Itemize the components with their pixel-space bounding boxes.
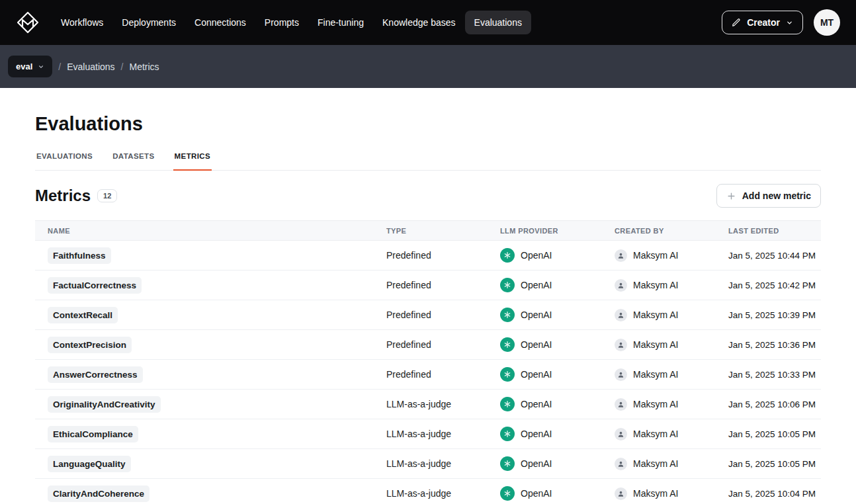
user-avatar[interactable]: MT bbox=[814, 9, 840, 36]
table-row[interactable]: EthicalCompliance LLM-as-a-judge OpenAI bbox=[35, 419, 821, 449]
metric-name-cell: EthicalCompliance bbox=[35, 426, 374, 442]
table-row[interactable]: Faithfulness Predefined OpenAI bbox=[35, 241, 821, 271]
person-icon bbox=[615, 279, 627, 292]
metric-type: Predefined bbox=[374, 369, 488, 380]
metric-created-by: Maksym AI bbox=[602, 487, 716, 500]
table-body: Faithfulness Predefined OpenAI bbox=[35, 241, 821, 504]
table-row[interactable]: ClarityAndCoherence LLM-as-a-judge OpenA… bbox=[35, 479, 821, 504]
metric-llm-provider: OpenAI bbox=[488, 456, 602, 471]
metric-last-edited: Jan 5, 2025 10:05 PM bbox=[716, 459, 821, 469]
chevron-down-icon bbox=[38, 63, 44, 70]
created-by-name: Maksym AI bbox=[633, 250, 678, 261]
metric-llm-provider: OpenAI bbox=[488, 248, 602, 263]
metric-llm-provider: OpenAI bbox=[488, 367, 602, 382]
metric-name-chip[interactable]: OriginalityAndCreativity bbox=[48, 396, 161, 413]
metric-created-by: Maksym AI bbox=[602, 249, 716, 262]
section-title: Metrics bbox=[35, 187, 91, 205]
person-icon bbox=[615, 428, 627, 441]
metric-name-chip[interactable]: LanguageQuality bbox=[48, 456, 131, 472]
nav-item-prompts[interactable]: Prompts bbox=[255, 11, 308, 34]
table-row[interactable]: LanguageQuality LLM-as-a-judge OpenAI bbox=[35, 449, 821, 479]
add-button-label: Add new metric bbox=[742, 190, 811, 201]
metric-type: Predefined bbox=[374, 280, 488, 290]
table-row[interactable]: OriginalityAndCreativity LLM-as-a-judge … bbox=[35, 390, 821, 419]
metric-name-chip[interactable]: EthicalCompliance bbox=[48, 426, 138, 442]
nav-item-fine-tuning[interactable]: Fine-tuning bbox=[308, 11, 373, 34]
metric-last-edited: Jan 5, 2025 10:42 PM bbox=[716, 280, 821, 290]
openai-icon bbox=[500, 397, 515, 411]
person-icon bbox=[615, 339, 627, 351]
created-by-name: Maksym AI bbox=[633, 488, 678, 499]
project-selector[interactable]: eval bbox=[8, 56, 52, 77]
metric-name-chip[interactable]: FactualCorrectness bbox=[48, 277, 142, 294]
metric-created-by: Maksym AI bbox=[602, 279, 716, 292]
app-logo[interactable] bbox=[16, 11, 40, 34]
openai-icon bbox=[500, 248, 515, 263]
provider-name: OpenAI bbox=[521, 458, 552, 469]
openai-icon bbox=[500, 308, 515, 322]
nav-item-knowledge-bases[interactable]: Knowledge bases bbox=[373, 11, 465, 34]
tab-evaluations[interactable]: EVALUATIONS bbox=[35, 151, 94, 170]
metric-type: LLM-as-a-judge bbox=[374, 488, 488, 499]
created-by-name: Maksym AI bbox=[633, 280, 678, 290]
person-icon bbox=[615, 487, 627, 500]
pencil-icon bbox=[732, 18, 741, 27]
table-row[interactable]: ContextPrecision Predefined OpenAI bbox=[35, 330, 821, 360]
metric-llm-provider: OpenAI bbox=[488, 427, 602, 441]
metric-name-cell: ClarityAndCoherence bbox=[35, 485, 374, 502]
tab-metrics[interactable]: METRICS bbox=[173, 151, 212, 171]
metric-last-edited: Jan 5, 2025 10:06 PM bbox=[716, 399, 821, 409]
provider-name: OpenAI bbox=[521, 399, 552, 409]
add-new-metric-button[interactable]: Add new metric bbox=[716, 184, 821, 208]
provider-name: OpenAI bbox=[521, 488, 552, 499]
openai-icon bbox=[500, 337, 515, 352]
tab-datasets[interactable]: DATASETS bbox=[111, 151, 155, 170]
metric-type: LLM-as-a-judge bbox=[374, 399, 488, 409]
openai-icon bbox=[500, 486, 515, 501]
created-by-name: Maksym AI bbox=[633, 429, 678, 439]
metric-name-cell: AnswerCorrectness bbox=[35, 366, 374, 383]
table-row[interactable]: AnswerCorrectness Predefined OpenAI bbox=[35, 360, 821, 390]
metric-name-cell: ContextPrecision bbox=[35, 337, 374, 353]
created-by-name: Maksym AI bbox=[633, 369, 678, 380]
created-by-name: Maksym AI bbox=[633, 458, 678, 469]
nav-item-evaluations[interactable]: Evaluations bbox=[465, 11, 531, 34]
breadcrumb-item-metrics[interactable]: Metrics bbox=[129, 62, 159, 72]
creator-menu-button[interactable]: Creator bbox=[722, 11, 803, 34]
metric-llm-provider: OpenAI bbox=[488, 308, 602, 322]
metric-created-by: Maksym AI bbox=[602, 398, 716, 411]
metric-name-chip[interactable]: AnswerCorrectness bbox=[48, 366, 143, 383]
metric-llm-provider: OpenAI bbox=[488, 278, 602, 292]
created-by-name: Maksym AI bbox=[633, 339, 678, 350]
table-row[interactable]: ContextRecall Predefined OpenAI bbox=[35, 300, 821, 330]
metric-name-chip[interactable]: Faithfulness bbox=[48, 247, 111, 264]
creator-label: Creator bbox=[747, 17, 780, 28]
breadcrumb-separator: / bbox=[121, 62, 124, 72]
breadcrumb-item-evaluations[interactable]: Evaluations bbox=[67, 62, 114, 72]
column-header-llm-provider: LLM PROVIDER bbox=[488, 227, 602, 235]
metric-name-chip[interactable]: ClarityAndCoherence bbox=[48, 485, 150, 502]
metrics-section-header: Metrics 12 Add new metric bbox=[35, 184, 821, 208]
metric-name-chip[interactable]: ContextRecall bbox=[48, 307, 118, 323]
metric-name-cell: LanguageQuality bbox=[35, 456, 374, 472]
column-header-type: TYPE bbox=[374, 227, 488, 235]
metric-name-cell: FactualCorrectness bbox=[35, 277, 374, 294]
provider-name: OpenAI bbox=[521, 369, 552, 380]
metric-last-edited: Jan 5, 2025 10:36 PM bbox=[716, 340, 821, 350]
page-title: Evaluations bbox=[35, 112, 821, 135]
nav-item-deployments[interactable]: Deployments bbox=[112, 11, 185, 34]
project-name: eval bbox=[16, 62, 32, 71]
openai-icon bbox=[500, 278, 515, 292]
openai-icon bbox=[500, 456, 515, 471]
metrics-table: NAME TYPE LLM PROVIDER CREATED BY LAST E… bbox=[35, 220, 821, 504]
metric-type: Predefined bbox=[374, 250, 488, 261]
metrics-count-badge: 12 bbox=[97, 189, 117, 202]
top-navigation: Workflows Deployments Connections Prompt… bbox=[0, 0, 856, 45]
nav-item-connections[interactable]: Connections bbox=[185, 11, 255, 34]
metric-last-edited: Jan 5, 2025 10:39 PM bbox=[716, 310, 821, 320]
metric-llm-provider: OpenAI bbox=[488, 337, 602, 352]
table-row[interactable]: FactualCorrectness Predefined OpenAI bbox=[35, 271, 821, 300]
metric-created-by: Maksym AI bbox=[602, 428, 716, 441]
metric-name-chip[interactable]: ContextPrecision bbox=[48, 337, 132, 353]
nav-item-workflows[interactable]: Workflows bbox=[52, 11, 112, 34]
